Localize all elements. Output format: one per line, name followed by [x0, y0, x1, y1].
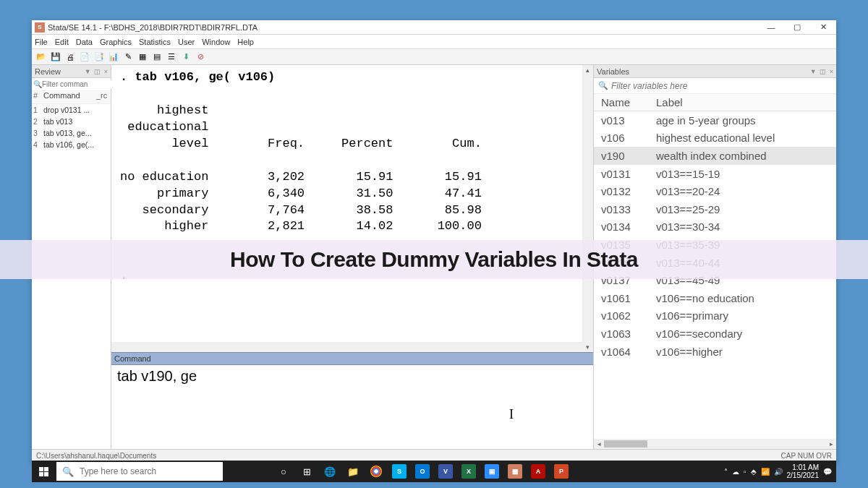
- results-command: . tab v106, ge( v106): [120, 69, 584, 86]
- review-title-text: Review: [35, 67, 61, 76]
- stata-taskbar-icon[interactable]: ▦: [505, 461, 525, 481]
- menu-statistics[interactable]: Statistics: [139, 38, 171, 46]
- command-input[interactable]: tab v190, ge I: [111, 365, 593, 449]
- do-editor-icon[interactable]: ✎: [122, 51, 135, 63]
- chrome-icon[interactable]: [366, 461, 386, 481]
- variable-row[interactable]: v0134v013==30-34: [594, 218, 836, 236]
- adobe-reader-icon[interactable]: A: [528, 461, 548, 481]
- variable-row[interactable]: v190wealth index combined: [594, 147, 836, 165]
- menu-data[interactable]: Data: [76, 38, 93, 46]
- variable-row[interactable]: v1064v106==higher: [594, 343, 836, 361]
- break-icon[interactable]: ⊘: [194, 51, 207, 63]
- variables-filter[interactable]: 🔍: [594, 78, 836, 94]
- variable-row[interactable]: v0132v013==20-24: [594, 182, 836, 200]
- menu-window[interactable]: Window: [202, 38, 230, 46]
- review-item[interactable]: 1drop v0131 ...: [32, 104, 111, 116]
- review-item-cmd: tab v013: [42, 117, 111, 126]
- variables-filter-input[interactable]: [611, 81, 836, 91]
- review-item[interactable]: 2tab v013: [32, 116, 111, 127]
- tray-app-icon[interactable]: ▫: [744, 468, 746, 476]
- edge-icon[interactable]: 🌐: [320, 461, 340, 481]
- scroll-up-icon[interactable]: ▴: [582, 65, 593, 75]
- var-col-name[interactable]: Name: [594, 96, 652, 108]
- notifications-icon[interactable]: 💬: [823, 468, 832, 476]
- variable-row[interactable]: v1061v106==no education: [594, 289, 836, 307]
- start-button[interactable]: [32, 461, 55, 482]
- var-label: v013==15-19: [652, 168, 836, 180]
- menu-help[interactable]: Help: [237, 38, 254, 46]
- print-icon[interactable]: 🖨: [64, 51, 77, 63]
- review-header: # Command _rc: [32, 91, 111, 104]
- review-item[interactable]: 3tab v013, ge...: [32, 127, 111, 139]
- tray-dropbox-icon[interactable]: ⬘: [751, 468, 757, 476]
- text-caret-icon: I: [509, 407, 514, 422]
- visio-icon[interactable]: V: [435, 461, 456, 481]
- menu-graphics[interactable]: Graphics: [100, 38, 132, 46]
- search-icon: 🔍: [33, 80, 42, 88]
- review-title[interactable]: Review ▼ ◫ ×: [32, 65, 111, 78]
- excel-icon[interactable]: X: [459, 461, 479, 481]
- review-item-num: 2: [32, 117, 42, 126]
- data-browser-icon[interactable]: ▤: [150, 51, 163, 63]
- close-button[interactable]: ✕: [810, 20, 836, 35]
- minimize-button[interactable]: —: [758, 20, 784, 35]
- menu-user[interactable]: User: [178, 38, 195, 46]
- variable-row[interactable]: v1063v106==secondary: [594, 325, 836, 343]
- tray-up-icon[interactable]: ˄: [724, 468, 728, 476]
- powerpoint-icon[interactable]: P: [551, 461, 571, 481]
- scroll-right-icon[interactable]: ▸: [826, 440, 836, 448]
- zoom-icon[interactable]: ▣: [482, 461, 502, 481]
- variables-title[interactable]: Variables ▼ ◫ ×: [594, 65, 836, 78]
- review-col-cmd[interactable]: Command: [42, 91, 96, 103]
- results-scrollbar-h[interactable]: [111, 342, 582, 352]
- review-col-rc[interactable]: _rc: [96, 91, 111, 103]
- taskbar-search-input[interactable]: [80, 466, 223, 476]
- command-pane-title[interactable]: Command: [111, 352, 593, 365]
- tray-onedrive-icon[interactable]: ☁: [732, 468, 739, 476]
- menu-edit[interactable]: Edit: [55, 38, 69, 46]
- review-filter[interactable]: 🔍 i: [32, 78, 111, 91]
- results-window[interactable]: . tab v106, ge( v106) highest educationa…: [111, 65, 593, 352]
- skype-icon[interactable]: S: [389, 461, 409, 481]
- scroll-down-icon[interactable]: ▾: [582, 342, 593, 352]
- variables-scrollbar-h[interactable]: ◂ ▸: [594, 439, 836, 449]
- maximize-button[interactable]: ▢: [784, 20, 810, 35]
- var-name: v0133: [594, 203, 652, 215]
- cortana-icon[interactable]: ○: [273, 461, 294, 481]
- save-icon[interactable]: 💾: [49, 51, 62, 63]
- menu-file[interactable]: File: [35, 38, 48, 46]
- taskbar-clock[interactable]: 1:01 AM 2/15/2021: [787, 463, 820, 479]
- results-scrollbar-v[interactable]: ▴ ▾: [582, 65, 593, 352]
- variable-row[interactable]: v0131v013==15-19: [594, 165, 836, 183]
- var-manager-icon[interactable]: ☰: [165, 51, 178, 63]
- variable-row[interactable]: v013age in 5-year groups: [594, 111, 836, 129]
- titlebar[interactable]: S Stata/SE 14.1 - F:\BDHS_2018\BDIR7RDT\…: [32, 20, 836, 35]
- file-explorer-icon[interactable]: 📁: [343, 461, 363, 481]
- data-editor-icon[interactable]: ▦: [136, 51, 149, 63]
- var-name: v0132: [594, 185, 652, 197]
- pane-controls-icon[interactable]: ▼ ◫ ×: [85, 68, 111, 75]
- task-view-icon[interactable]: ⊞: [297, 461, 317, 481]
- open-icon[interactable]: 📂: [35, 51, 48, 63]
- variable-row[interactable]: v1062v106==primary: [594, 307, 836, 325]
- windows-taskbar: 🔍 ○ ⊞ 🌐 📁 S O V X ▣ ▦ A P ˄ ☁ ▫ ⬘ 📶 🔊 1:…: [32, 461, 836, 482]
- window-controls: — ▢ ✕: [758, 20, 836, 35]
- more-icon[interactable]: ⬇: [179, 51, 192, 63]
- review-item-cmd: tab v106, ge(...: [42, 140, 111, 149]
- taskbar-search[interactable]: 🔍: [56, 462, 223, 481]
- tray-volume-icon[interactable]: 🔊: [774, 468, 783, 476]
- scroll-left-icon[interactable]: ◂: [594, 440, 604, 448]
- pane-controls-icon[interactable]: ▼ ◫ ×: [810, 68, 836, 75]
- graph-icon[interactable]: 📊: [107, 51, 120, 63]
- review-item[interactable]: 4tab v106, ge(...: [32, 139, 111, 150]
- variable-row[interactable]: v106highest educational level: [594, 129, 836, 147]
- tray-wifi-icon[interactable]: 📶: [761, 468, 770, 476]
- viewer-icon[interactable]: 📑: [93, 51, 106, 63]
- outlook-icon[interactable]: O: [412, 461, 433, 481]
- log-icon[interactable]: 📄: [78, 51, 91, 63]
- review-col-num[interactable]: #: [32, 91, 42, 103]
- variable-row[interactable]: v0133v013==25-29: [594, 200, 836, 218]
- scroll-thumb[interactable]: [604, 440, 647, 448]
- var-col-label[interactable]: Label: [652, 96, 836, 108]
- toolbar: 📂 💾 🖨 📄 📑 📊 ✎ ▦ ▤ ☰ ⬇ ⊘: [32, 49, 836, 65]
